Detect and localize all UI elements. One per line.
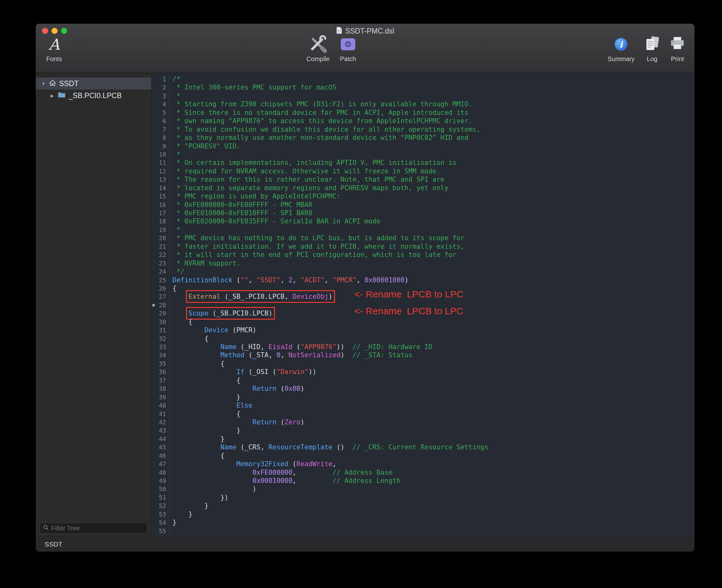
code-line[interactable]: * [172, 150, 695, 159]
code-line[interactable]: } [172, 393, 695, 401]
code-line[interactable]: * as they normally use another non-stand… [172, 133, 695, 142]
code-line[interactable]: * [172, 226, 695, 234]
code-line[interactable]: * required for NVRAM access. Otherwise i… [172, 167, 695, 175]
code-line[interactable]: * it will start in the end of PCI config… [172, 251, 695, 259]
code-line[interactable]: * own naming "APP9876" to access this de… [172, 117, 695, 125]
code-line[interactable] [172, 527, 695, 535]
line-number: 52 [152, 502, 169, 510]
print-button[interactable]: Print [664, 34, 691, 63]
code-line[interactable]: 0xFE000000, // Address Base [172, 468, 695, 477]
code-line[interactable]: Method (_STA, 0, NotSerialized) // _STA:… [172, 351, 695, 359]
tree-item-ssdt[interactable]: ▼ SSDT [36, 78, 151, 89]
line-number: 19 [152, 226, 169, 234]
code-line[interactable]: External (_SB_.PCI0.LPCB, DeviceObj)<- R… [172, 292, 695, 301]
code-line[interactable]: */ [172, 268, 695, 276]
line-number: 45 [152, 443, 169, 451]
line-number: 47 [152, 460, 169, 468]
code-line[interactable]: DefinitionBlock ("", "SSDT", 2, "ACDT", … [172, 276, 695, 284]
line-number: 9 [152, 142, 169, 150]
code-line[interactable]: Else [172, 401, 695, 410]
code-line[interactable]: * faster initialisation. If we add it to… [172, 243, 695, 251]
line-number: 1 [152, 75, 169, 83]
code-editor[interactable]: 1234567891011121314151617181920212223242… [152, 73, 695, 537]
code-line[interactable]: Name (_HID, EisaId ("APP9876")) // _HID:… [172, 343, 695, 351]
code-line[interactable]: * [172, 92, 695, 100]
line-number: 33 [152, 343, 169, 351]
code-line[interactable]: } [172, 510, 695, 518]
code-line[interactable]: * On certain implementations, including … [172, 159, 695, 167]
code-line[interactable]: * 0xFE000000~0xFE00FFFF - PMC MBAR [172, 201, 695, 209]
code-line[interactable]: } [172, 435, 695, 443]
code-line[interactable]: Name (_CRS, ResourceTemplate () // _CRS:… [172, 443, 695, 451]
line-marker-dot [152, 304, 155, 307]
code-line[interactable]: * Starting from Z390 chipsets PMC (D31:F… [172, 100, 695, 108]
code-line[interactable]: ) [172, 485, 695, 493]
code-line[interactable]: * located in separate memory regions and… [172, 184, 695, 192]
code-line[interactable]: { [172, 318, 695, 326]
line-number: 2 [152, 83, 169, 91]
line-number: 4 [152, 100, 169, 108]
code-line[interactable]: If (_OSI ("Darwin")) [172, 368, 695, 376]
line-number: 30 [152, 318, 169, 326]
code-line[interactable]: }) [172, 493, 695, 502]
tree-item-lpcb[interactable]: ▶ _SB.PCI0.LPCB [36, 89, 151, 102]
sidebar: ▼ SSDT ▶ _SB.PCI0.LPCB [36, 73, 152, 537]
code-line[interactable]: Memory32Fixed (ReadWrite, [172, 460, 695, 468]
patch-button[interactable]: ⚙ Patch [335, 34, 361, 63]
window-title-row: SSDT-PMC.dsl [36, 26, 695, 36]
fonts-button[interactable]: A Fonts [41, 34, 67, 63]
code-line[interactable]: * The reason for this is rather unclear.… [172, 175, 695, 184]
code-line[interactable]: Device (PMCR) [172, 326, 695, 334]
line-number: 50 [152, 485, 169, 493]
code-line[interactable]: } [172, 502, 695, 510]
line-number: 16 [152, 201, 169, 209]
disclosure-right-icon[interactable]: ▶ [50, 93, 55, 98]
code-line[interactable]: * PMC device has nothing to do to LPC bu… [172, 234, 695, 242]
line-number: 15 [152, 192, 169, 200]
code-line[interactable]: * Intel 300-series PMC support for macOS [172, 83, 695, 91]
code-line[interactable]: { [172, 359, 695, 368]
code-line[interactable]: Return (Zero) [172, 418, 695, 426]
code-line[interactable]: 0x00010000, // Address Length [172, 477, 695, 485]
line-number: 34 [152, 351, 169, 359]
code-line[interactable]: { [172, 335, 695, 343]
line-number: 27 [152, 292, 169, 301]
code-line[interactable]: { [172, 376, 695, 384]
disclosure-down-icon[interactable]: ▼ [41, 81, 46, 86]
code-line[interactable]: Scope (_SB.PCI0.LPCB)<- Rename LPCB to L… [172, 309, 695, 317]
code-line[interactable]: * NVRAM support. [172, 259, 695, 268]
line-number: 26 [152, 284, 169, 292]
line-number: 11 [152, 159, 169, 167]
compile-button[interactable]: Compile [305, 34, 331, 63]
code-line[interactable]: * To avoid confusion we disable this dev… [172, 125, 695, 133]
code-line[interactable]: } [172, 518, 695, 527]
code-line[interactable]: * PMC region is used by AppleIntelPCHPMC… [172, 192, 695, 200]
line-number: 7 [152, 125, 169, 133]
code-line[interactable]: } [172, 426, 695, 435]
line-number: 55 [152, 527, 169, 535]
log-button[interactable]: Log [639, 34, 665, 63]
line-number-gutter: 1234567891011121314151617181920212223242… [152, 75, 169, 537]
summary-button[interactable]: i Summary [608, 34, 634, 63]
code-line[interactable]: * 0xFE010000~0xFE010FFF - SPI BAR0 [172, 209, 695, 217]
line-number: 17 [152, 209, 169, 217]
line-number: 41 [152, 410, 169, 418]
line-number: 25 [152, 276, 169, 284]
code-line[interactable]: * 0xFE020000~0xFE035FFF - SerialIo BAR i… [172, 217, 695, 225]
line-number: 3 [152, 92, 169, 100]
code-line[interactable]: /* [172, 75, 695, 83]
code-line[interactable]: { [172, 451, 695, 460]
code-line[interactable]: { [172, 410, 695, 418]
code-line[interactable]: * Since there is no standard device for … [172, 108, 695, 117]
line-number: 6 [152, 117, 169, 125]
filter-tree-input[interactable] [51, 525, 144, 532]
status-text: SSDT [45, 541, 62, 548]
code-area[interactable]: /* * Intel 300-series PMC support for ma… [169, 75, 695, 537]
code-line[interactable]: Return (0x0B) [172, 384, 695, 393]
window-chrome: SSDT-PMC.dsl A Fonts Compile ⚙ [36, 24, 695, 73]
summary-label: Summary [608, 56, 635, 63]
line-number: 39 [152, 393, 169, 401]
filter-tree-field[interactable] [40, 523, 147, 533]
line-number: 31 [152, 326, 169, 334]
code-line[interactable]: * "PCHRESV" UID. [172, 142, 695, 150]
